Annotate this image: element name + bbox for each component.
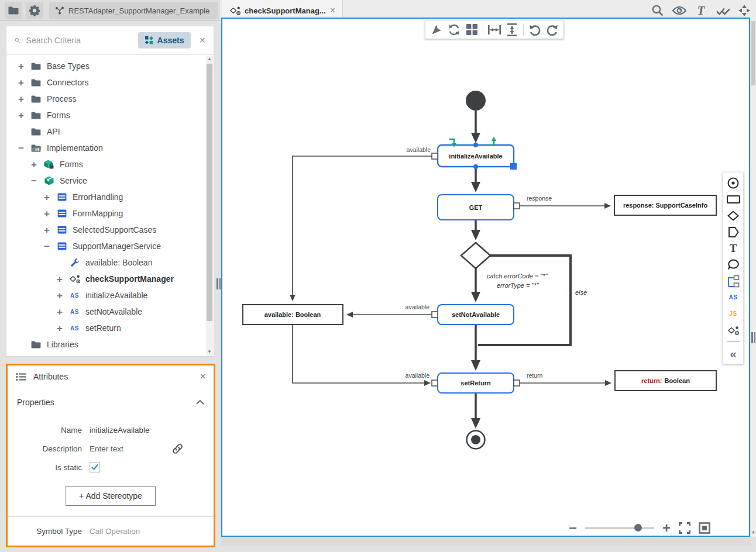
expand-plus-icon[interactable]: + <box>17 61 25 71</box>
tree-item-forms[interactable]: +Forms <box>6 156 205 172</box>
zoom-in-icon[interactable]: + <box>662 520 671 536</box>
js-snippet-icon[interactable]: JS <box>726 307 741 320</box>
selection-handle-bottom[interactable] <box>473 164 478 169</box>
tree-item-initializeavailable[interactable]: +ASinitializeAvailable <box>6 287 205 303</box>
text-tool-icon[interactable]: T <box>726 242 741 255</box>
tree-item-available-boolean[interactable]: available: Boolean <box>6 254 205 271</box>
refresh-icon[interactable] <box>446 22 462 37</box>
distribute-horizontal-icon[interactable] <box>487 22 502 37</box>
collapse-minus-icon[interactable]: − <box>17 143 25 153</box>
expand-plus-icon[interactable]: + <box>17 78 25 88</box>
fit-to-screen-icon[interactable] <box>699 522 710 534</box>
tree-item-setreturn[interactable]: +ASsetReturn <box>6 320 205 336</box>
settings-button[interactable] <box>26 2 43 19</box>
tree-item-forms[interactable]: +Forms <box>6 107 205 123</box>
tree-item-checksupportmanager[interactable]: +checkSupportManager <box>6 271 205 287</box>
right-scrollbar-thumb[interactable] <box>751 21 755 85</box>
zoom-slider-thumb[interactable] <box>634 524 642 532</box>
expand-plus-icon[interactable]: + <box>56 307 64 317</box>
port-setreturn-left[interactable] <box>432 380 438 386</box>
fullscreen-icon[interactable] <box>679 522 690 534</box>
zoom-out-icon[interactable]: − <box>569 520 577 536</box>
zoom-slider[interactable] <box>585 527 654 529</box>
diagram-canvas[interactable]: TASJS« <box>221 18 750 537</box>
link-icon[interactable] <box>172 443 183 454</box>
chevron-up-icon[interactable] <box>196 400 204 405</box>
tree-item-libraries[interactable]: Libraries <box>6 336 205 353</box>
tree-item-setnotavailable[interactable]: +ASsetNotAvailable <box>6 303 205 320</box>
expand-plus-icon[interactable]: + <box>56 291 64 301</box>
initial-node-icon[interactable] <box>726 176 741 189</box>
expand-plus-icon[interactable]: + <box>17 94 25 104</box>
search-clear-icon[interactable]: × <box>197 34 208 47</box>
tree-item-implementation[interactable]: −Implementation <box>6 140 205 156</box>
as-snippet-icon[interactable]: AS <box>726 291 741 304</box>
action-node-icon[interactable] <box>726 192 741 206</box>
expand-plus-icon[interactable]: + <box>43 225 51 235</box>
collapse-palette-icon[interactable]: « <box>726 347 741 360</box>
undo-icon[interactable] <box>527 22 542 37</box>
selection-handle-corner[interactable] <box>510 163 517 170</box>
distribute-vertical-icon[interactable] <box>504 22 520 37</box>
comment-icon[interactable] <box>726 258 741 271</box>
tree-item-api[interactable]: API <box>6 123 205 140</box>
tree-item-formmapping[interactable]: +FormMapping <box>6 205 205 222</box>
left-splitter-handle[interactable] <box>217 275 221 292</box>
assets-filter-button[interactable]: Assets <box>138 32 191 49</box>
scroll-down-icon[interactable]: ▼ <box>206 349 213 356</box>
tree-item-errorhandling[interactable]: +ErrorHandling <box>6 189 205 205</box>
selection-handle-top[interactable] <box>473 143 478 147</box>
port-initialize-left[interactable] <box>432 153 438 159</box>
connector-icon[interactable] <box>726 274 741 288</box>
tree-item-selectedsupportcases[interactable]: +SelectedSupportCases <box>6 222 205 238</box>
search-icon[interactable] <box>651 4 665 18</box>
tree-item-process[interactable]: +Process <box>6 91 205 107</box>
expand-plus-icon[interactable]: + <box>43 209 51 219</box>
add-stereotype-button[interactable]: + Add Stereotype <box>66 486 156 506</box>
properties-section-header[interactable]: Properties <box>8 392 214 412</box>
validate-check-icon[interactable] <box>716 4 730 18</box>
grid-icon[interactable] <box>464 22 479 37</box>
attributes-close-icon[interactable]: × <box>200 371 205 382</box>
canvas-bottom-scrollbar[interactable] <box>221 538 751 546</box>
project-title-chip[interactable]: RESTAdapter_SupportManager_Example <box>49 2 218 19</box>
symbol-type-value[interactable]: Call Operation <box>90 527 140 536</box>
preview-eye-icon[interactable] <box>672 4 686 18</box>
signal-node-icon[interactable] <box>726 225 741 239</box>
tree-item-base-types[interactable]: +Base Types <box>6 58 205 74</box>
canvas-right-scrollbar[interactable]: ▼ <box>751 18 756 537</box>
start-node[interactable] <box>466 91 486 111</box>
edge-else-branch[interactable] <box>478 256 571 345</box>
decision-node-icon[interactable] <box>726 209 741 222</box>
decision-node[interactable] <box>461 243 490 268</box>
collapse-minus-icon[interactable]: − <box>30 176 38 186</box>
expand-plus-icon[interactable]: + <box>43 192 51 202</box>
port-setreturn-right[interactable] <box>514 380 520 386</box>
tab-close-icon[interactable]: × <box>330 6 335 15</box>
expand-plus-icon[interactable]: + <box>56 274 64 284</box>
name-field-value[interactable]: initializeAvailable <box>90 426 150 434</box>
scroll-down-arrow-icon[interactable]: ▼ <box>751 530 756 534</box>
tree-scrollbar-thumb[interactable] <box>207 64 212 321</box>
search-input[interactable] <box>26 36 132 45</box>
scroll-up-icon[interactable]: ▲ <box>206 56 213 63</box>
tree-item-supportmanagerservice[interactable]: −SupportManagerService <box>6 238 205 254</box>
activity-diagram[interactable]: initializeAvailable GET setNotAvailable … <box>222 19 749 536</box>
right-splitter-handle[interactable] <box>751 329 755 346</box>
quick-connect-out-icon[interactable] <box>489 137 496 145</box>
folder-button[interactable] <box>5 2 22 19</box>
expand-plus-icon[interactable]: + <box>56 323 64 333</box>
port-get-right[interactable] <box>514 203 520 209</box>
port-setnotavailable-left[interactable] <box>432 312 438 318</box>
activity-icon[interactable] <box>726 323 741 337</box>
tree-item-connectors[interactable]: +Connectors <box>6 74 205 91</box>
collapse-minus-icon[interactable]: − <box>43 242 51 251</box>
expand-plus-icon[interactable]: + <box>30 160 38 170</box>
tree-scrollbar[interactable]: ▲ ▼ <box>206 56 213 356</box>
expand-plus-icon[interactable]: + <box>17 111 25 120</box>
description-field-value[interactable]: Enter text <box>90 444 123 453</box>
text-style-icon[interactable]: T <box>694 4 708 18</box>
is-static-checkbox[interactable] <box>90 462 100 472</box>
redo-icon[interactable] <box>545 22 560 37</box>
tree-item-service[interactable]: −Service <box>6 172 205 189</box>
